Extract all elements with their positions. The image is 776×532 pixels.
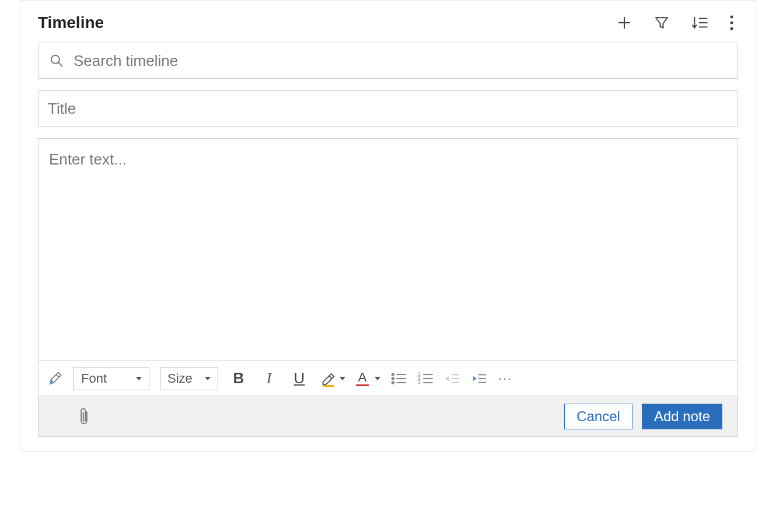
svg-point-8 — [730, 27, 733, 30]
chevron-down-icon — [375, 377, 380, 380]
font-dropdown[interactable]: Font — [74, 367, 149, 390]
timeline-header: Timeline — [38, 13, 738, 32]
font-color-button[interactable]: A — [356, 368, 380, 389]
timeline-title: Timeline — [38, 13, 104, 32]
size-dropdown[interactable]: Size — [160, 367, 218, 390]
svg-point-14 — [392, 377, 394, 380]
format-painter-icon[interactable] — [47, 368, 63, 389]
timeline-panel: Timeline Enter text... — [20, 0, 756, 452]
note-title-input[interactable] — [47, 99, 729, 118]
font-color-icon: A — [356, 371, 369, 386]
svg-point-16 — [392, 382, 394, 384]
chevron-down-icon — [340, 377, 345, 380]
more-formatting-button[interactable]: ··· — [498, 368, 512, 389]
svg-point-6 — [730, 16, 733, 19]
bullet-list-button[interactable] — [391, 368, 407, 389]
attachment-icon[interactable] — [77, 407, 91, 426]
svg-text:3: 3 — [418, 380, 421, 385]
note-footer: Cancel Add note — [39, 396, 737, 436]
svg-point-12 — [392, 373, 394, 376]
italic-button[interactable]: I — [259, 368, 279, 389]
cancel-button[interactable]: Cancel — [564, 404, 632, 429]
bold-button[interactable]: B — [229, 368, 249, 389]
underline-button[interactable]: U — [289, 368, 309, 389]
add-icon[interactable] — [616, 14, 633, 32]
search-box[interactable] — [38, 43, 738, 79]
note-title-box[interactable] — [38, 90, 738, 127]
svg-point-7 — [730, 22, 733, 24]
search-icon — [49, 53, 64, 68]
indent-button[interactable] — [471, 368, 488, 389]
more-vertical-icon[interactable] — [729, 14, 735, 32]
highlight-color-button[interactable] — [320, 368, 345, 389]
search-input[interactable] — [72, 51, 727, 71]
timeline-header-actions — [616, 14, 738, 32]
filter-icon[interactable] — [653, 14, 670, 32]
svg-line-10 — [58, 62, 62, 66]
font-dropdown-label: Font — [81, 371, 107, 386]
svg-point-9 — [51, 55, 60, 64]
note-editor: Enter text... Font Size B I U — [38, 138, 738, 437]
add-note-button[interactable]: Add note — [642, 404, 722, 429]
chevron-down-icon — [205, 377, 211, 380]
editor-toolbar: Font Size B I U — [39, 360, 737, 396]
highlighter-icon — [320, 370, 337, 387]
numbered-list-button[interactable]: 1 2 3 — [418, 368, 434, 389]
size-dropdown-label: Size — [167, 371, 193, 386]
sort-icon[interactable] — [690, 14, 709, 32]
outdent-button[interactable] — [445, 368, 461, 389]
note-body-input[interactable]: Enter text... — [39, 139, 737, 360]
chevron-down-icon — [136, 377, 142, 380]
